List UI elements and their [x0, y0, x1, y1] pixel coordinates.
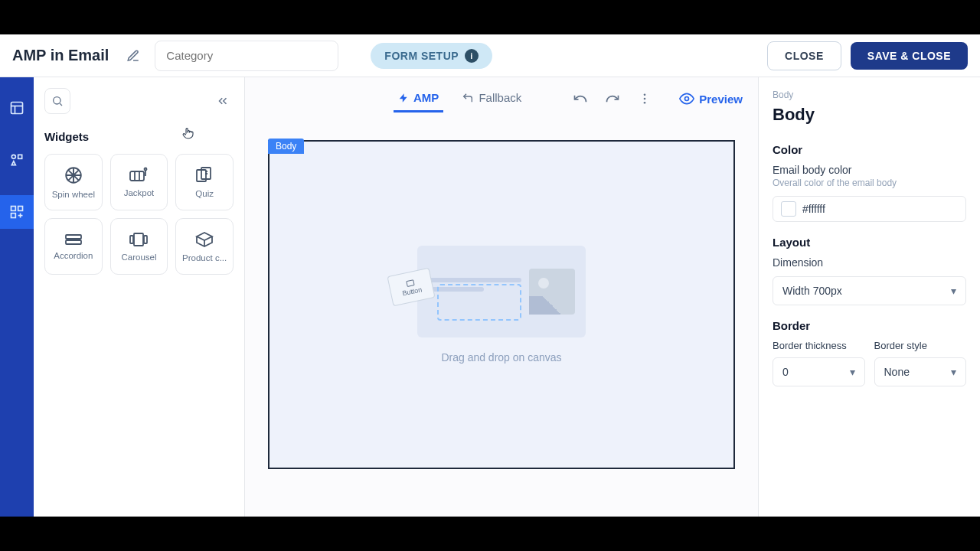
- info-icon: i: [465, 49, 479, 63]
- redo-icon: [605, 91, 620, 106]
- svg-point-11: [54, 97, 60, 104]
- widget-label: Product c...: [182, 253, 227, 262]
- inspector: Body Body Color Email body color Overall…: [758, 77, 980, 517]
- canvas-body[interactable]: Button Drag and drop on canva: [268, 140, 735, 469]
- shapes-icon: [9, 152, 24, 168]
- canvas-outer: Body Button: [268, 140, 735, 469]
- close-button[interactable]: CLOSE: [767, 41, 841, 70]
- letterbox-bottom: [0, 517, 980, 551]
- app-root: AMP in Email FORM SETUP i CLOSE SAVE & C…: [0, 34, 980, 517]
- svg-marker-5: [11, 161, 15, 165]
- color-picker[interactable]: #ffffff: [773, 196, 966, 222]
- canvas-wrap: Body Button: [245, 120, 758, 517]
- svg-point-31: [644, 98, 646, 100]
- section-border: Border: [773, 319, 966, 332]
- tab-fallback-label: Fallback: [479, 91, 521, 104]
- svg-rect-18: [130, 171, 144, 181]
- widget-label: Spin wheel: [52, 190, 95, 199]
- chevrons-left-icon: [216, 94, 230, 108]
- form-setup-label: FORM SETUP: [384, 50, 459, 62]
- svg-rect-4: [18, 155, 22, 158]
- dimension-select[interactable]: Width 700px ▾: [773, 276, 966, 305]
- svg-rect-26: [66, 240, 81, 244]
- left-panel-head: [44, 88, 234, 114]
- dimension-label: Dimension: [773, 256, 966, 269]
- widgets-section-text: Widgets: [44, 130, 89, 143]
- svg-point-30: [644, 93, 646, 96]
- illus-drop-zone: [437, 284, 521, 321]
- search-button[interactable]: [44, 88, 70, 114]
- letterbox-top: [0, 0, 980, 34]
- edit-title-button[interactable]: [121, 44, 145, 68]
- svg-rect-7: [18, 207, 23, 211]
- canvas-tabs: AMP Fallback: [394, 85, 526, 112]
- svg-rect-8: [11, 214, 16, 218]
- rail-item-layout[interactable]: [0, 91, 34, 125]
- svg-point-22: [145, 168, 147, 171]
- border-thickness-select[interactable]: 0 ▾: [773, 357, 865, 386]
- undo-button[interactable]: [567, 86, 593, 112]
- form-setup-button[interactable]: FORM SETUP i: [371, 43, 492, 69]
- carousel-icon: [129, 231, 149, 248]
- svg-rect-34: [407, 280, 414, 287]
- svg-rect-29: [144, 236, 147, 243]
- tab-fallback[interactable]: Fallback: [457, 85, 526, 112]
- quiz-icon: [194, 166, 214, 184]
- vertical-rail: [0, 77, 34, 517]
- product-icon: [194, 230, 214, 249]
- border-style-select[interactable]: None ▾: [874, 357, 967, 386]
- border-style-value: None: [884, 366, 910, 378]
- breadcrumb: Body: [773, 90, 966, 100]
- widget-spin-wheel[interactable]: Spin wheel: [44, 154, 103, 210]
- chevron-down-icon: ▾: [951, 285, 956, 297]
- svg-rect-0: [11, 103, 23, 114]
- widget-accordion[interactable]: Accordion: [44, 218, 103, 275]
- svg-point-32: [644, 102, 646, 104]
- jackpot-icon: [129, 167, 149, 184]
- widgets-icon: [9, 204, 24, 220]
- redo-button[interactable]: [599, 86, 626, 112]
- color-field-sub: Overall color of the email body: [773, 178, 966, 188]
- border-thickness-value: 0: [782, 366, 789, 378]
- bolt-icon: [398, 93, 409, 103]
- illus-drag-label: Button: [401, 285, 423, 297]
- main: Widgets Spin wheel Jackpot Quiz: [0, 77, 980, 517]
- drop-illustration: Button: [417, 246, 586, 337]
- cursor-indicator-icon: [181, 126, 195, 140]
- svg-rect-28: [130, 236, 133, 243]
- image-placeholder-icon: [529, 269, 575, 315]
- widget-grid: Spin wheel Jackpot Quiz Accordion Carous…: [44, 154, 234, 275]
- category-input[interactable]: [155, 41, 338, 71]
- illus-line: [428, 278, 521, 282]
- svg-point-33: [685, 97, 689, 101]
- color-value: #ffffff: [802, 203, 825, 215]
- more-options-button[interactable]: [632, 86, 658, 112]
- canvas-column: AMP Fallback Pre: [245, 77, 758, 517]
- topbar: AMP in Email FORM SETUP i CLOSE SAVE & C…: [0, 34, 980, 77]
- collapse-panel-button[interactable]: [212, 90, 234, 112]
- body-tag[interactable]: Body: [268, 139, 304, 154]
- widget-carousel[interactable]: Carousel: [110, 218, 168, 275]
- widget-quiz[interactable]: Quiz: [175, 154, 234, 210]
- save-and-close-button[interactable]: SAVE & CLOSE: [851, 42, 968, 70]
- border-row: Border thickness 0 ▾ Border style None ▾: [773, 340, 966, 386]
- widget-label: Quiz: [195, 189, 214, 198]
- section-layout: Layout: [773, 236, 966, 249]
- rail-item-widgets[interactable]: [0, 195, 34, 229]
- widget-label: Carousel: [121, 253, 156, 262]
- preview-label: Preview: [699, 93, 743, 106]
- rail-item-components[interactable]: [0, 143, 34, 177]
- widget-product-card[interactable]: Product c...: [175, 218, 234, 275]
- svg-rect-25: [66, 235, 81, 239]
- preview-button[interactable]: Preview: [679, 91, 743, 106]
- undo-icon: [573, 91, 588, 106]
- pencil-icon: [126, 49, 140, 63]
- page-title: AMP in Email: [12, 47, 109, 64]
- border-thickness-label: Border thickness: [773, 340, 865, 351]
- svg-rect-6: [11, 207, 16, 211]
- search-icon: [51, 95, 64, 107]
- drop-hint: Button Drag and drop on canva: [417, 246, 586, 364]
- widget-jackpot[interactable]: Jackpot: [110, 154, 168, 210]
- tab-amp[interactable]: AMP: [394, 85, 443, 112]
- spin-wheel-icon: [64, 165, 83, 185]
